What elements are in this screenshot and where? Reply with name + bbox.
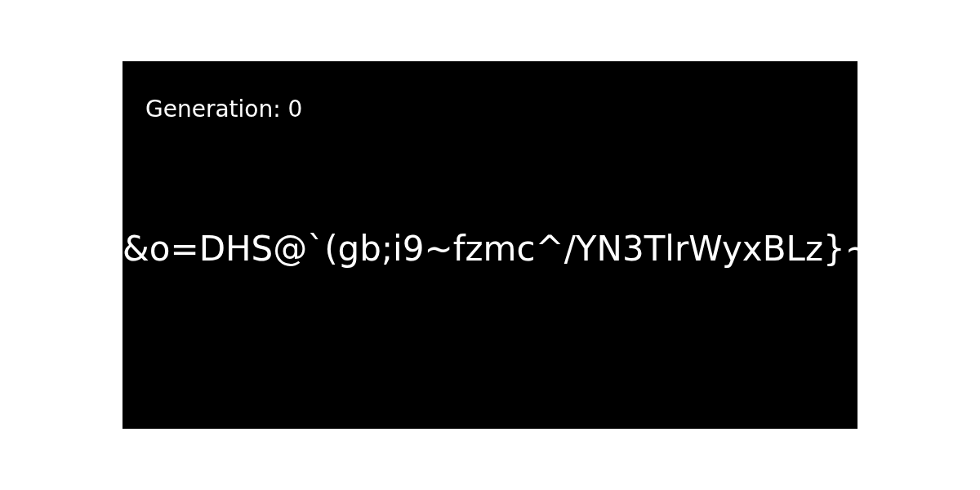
display-canvas: Generation: 0 &o=DHS@`(gb;i9~fzmc^/YN3Tl… <box>122 61 858 429</box>
evolving-string: &o=DHS@`(gb;i9~fzmc^/YN3TlrWyxBLz}~8 <box>122 229 858 269</box>
generation-label-prefix: Generation: <box>145 96 288 122</box>
generation-counter: Generation: 0 <box>145 96 302 122</box>
generation-value: 0 <box>288 96 303 122</box>
